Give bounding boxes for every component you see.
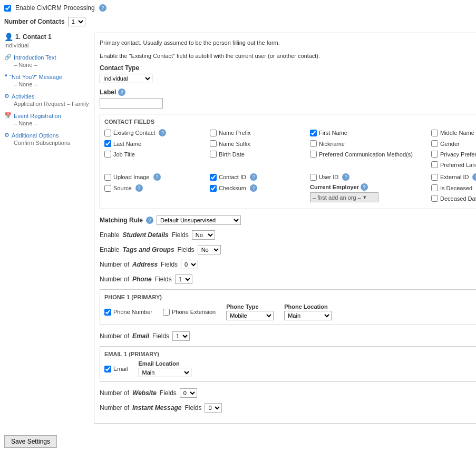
contact-fields-title: CONTACT FIELDS — [104, 119, 476, 125]
enable-civicrm-label: Enable CiviCRM Processing — [15, 4, 95, 12]
sidebar-activities-link[interactable]: ⚙ Activities — [4, 93, 90, 100]
field-name-prefix: Name Prefix — [210, 128, 310, 138]
deceased-date-checkbox[interactable] — [431, 195, 438, 202]
tags-groups-select[interactable]: NoYes — [198, 245, 221, 254]
phone-extension-checkbox[interactable] — [163, 309, 170, 316]
instant-msg-fields-row: Number of Instant Message Fields 012 — [100, 403, 476, 413]
save-settings-button[interactable]: Save Settings — [4, 435, 57, 448]
enable-help-icon[interactable]: ? — [99, 4, 106, 12]
phone-number-checkbox[interactable] — [104, 309, 111, 316]
existing-contact-checkbox[interactable] — [104, 130, 111, 136]
preferred-comm-checkbox[interactable] — [310, 151, 317, 158]
phone-extension-field: Phone Extension — [163, 308, 216, 317]
contact-type-select[interactable]: Individual Organization Household — [100, 74, 152, 83]
sidebar-notyou-link[interactable]: ❝ "Not You?" Message — [4, 73, 90, 80]
preferred-lang-checkbox[interactable] — [431, 161, 438, 168]
sidebar-intro-none: – None – — [4, 62, 90, 68]
sidebar-contact-name: Contact 1 — [23, 33, 52, 41]
birth-date-label: Birth Date — [219, 151, 245, 158]
phone-type-group: Phone Type MobilePhoneFax — [226, 303, 274, 320]
email-fields-select[interactable]: 102 — [172, 331, 190, 341]
enable-civicrm-checkbox[interactable] — [4, 5, 11, 12]
phone-number-label: Phone Number — [113, 309, 152, 315]
email-field: Email — [104, 365, 128, 374]
additional-icon: ⚙ — [4, 132, 9, 139]
external-id-help[interactable]: ? — [472, 173, 476, 181]
email-label: Email — [113, 366, 128, 372]
phone1-title: PHONE 1 (PRIMARY) — [104, 294, 476, 300]
current-employer-select[interactable]: – first add an org – ▾ — [310, 192, 378, 202]
privacy-prefs-checkbox[interactable] — [431, 151, 438, 158]
source-checkbox[interactable] — [104, 185, 111, 192]
num-contacts-select[interactable]: 123 — [68, 17, 85, 26]
is-deceased-checkbox[interactable] — [431, 184, 438, 191]
contact-id-help[interactable]: ? — [250, 173, 257, 181]
website-fields-select[interactable]: 012 — [180, 388, 197, 398]
sidebar-contact-1: 👤 1. Contact 1 Individual — [4, 33, 90, 48]
event-icon: 📅 — [4, 112, 12, 119]
gender-checkbox[interactable] — [431, 140, 438, 147]
matching-rule-help[interactable]: ? — [146, 217, 153, 224]
instant-msg-select[interactable]: 012 — [205, 403, 222, 413]
preferred-comm-label: Preferred Communication Method(s) — [319, 151, 413, 158]
label-help-icon[interactable]: ? — [118, 89, 125, 96]
birth-date-checkbox[interactable] — [210, 151, 217, 158]
field-job-title: Job Title — [104, 150, 210, 159]
sidebar-event-none: – None – — [4, 120, 90, 126]
instant-msg-italic: Instant Message — [132, 404, 181, 411]
phone-fields-select[interactable]: 102 — [175, 274, 192, 284]
last-name-label: Last Name — [113, 141, 141, 147]
first-name-checkbox[interactable] — [310, 130, 317, 136]
sidebar-event-link[interactable]: 📅 Event Registration — [4, 112, 90, 119]
contact-id-label: Contact ID — [219, 174, 246, 180]
activities-icon: ⚙ — [4, 93, 9, 100]
student-details-select[interactable]: NoYes — [192, 230, 215, 240]
label-input[interactable]: Contact 1 — [100, 98, 163, 109]
sidebar-activities-sub: Application Request – Family — [4, 101, 90, 107]
sidebar-activities: ⚙ Activities Application Request – Famil… — [4, 93, 90, 107]
person-icon: 👤 — [4, 33, 13, 41]
upload-image-checkbox[interactable] — [104, 174, 111, 181]
address-fields-select[interactable]: 012 — [181, 260, 198, 269]
phone-fields-italic: Phone — [132, 276, 152, 283]
sidebar-additional-link[interactable]: ⚙ Additional Options — [4, 132, 90, 139]
current-employer-help[interactable]: ? — [361, 183, 368, 191]
checksum-checkbox[interactable] — [210, 185, 217, 192]
email1-box: EMAIL 1 (PRIMARY) Email Email Location M… — [100, 346, 476, 382]
name-prefix-checkbox[interactable] — [210, 130, 217, 136]
phone-location-select[interactable]: MainHomeWork — [284, 311, 332, 320]
sidebar-additional-label: Additional Options — [12, 132, 59, 139]
existing-contact-help[interactable]: ? — [159, 129, 166, 136]
user-id-help[interactable]: ? — [342, 173, 349, 181]
matching-rule-select[interactable]: Default Unsupervised — [157, 215, 241, 225]
bottom-bar: Save Settings — [4, 430, 472, 448]
external-id-checkbox[interactable] — [431, 174, 438, 181]
field-first-name: First Name — [310, 128, 431, 138]
source-help[interactable]: ? — [135, 184, 143, 192]
user-id-checkbox[interactable] — [310, 174, 317, 181]
job-title-checkbox[interactable] — [104, 151, 111, 158]
email-checkbox[interactable] — [104, 366, 111, 372]
name-suffix-checkbox[interactable] — [210, 140, 217, 147]
sidebar: 👤 1. Contact 1 Individual 🔗 Introduction… — [4, 33, 94, 424]
upload-image-help[interactable]: ? — [153, 173, 161, 181]
last-name-checkbox[interactable] — [104, 140, 111, 147]
field-external-id: External ID ? — [431, 172, 476, 182]
middle-name-checkbox[interactable] — [431, 130, 438, 136]
checksum-help[interactable]: ? — [250, 184, 257, 192]
student-details-italic: Student Details — [122, 231, 168, 239]
user-id-label: User ID — [319, 174, 338, 180]
phone-type-select[interactable]: MobilePhoneFax — [226, 311, 274, 320]
sidebar-event: 📅 Event Registration – None – — [4, 112, 90, 126]
field-preferred-comm: Preferred Communication Method(s) — [310, 150, 431, 159]
contact-id-checkbox[interactable] — [210, 174, 217, 181]
field-checksum: Checksum ? — [210, 183, 310, 193]
current-employer-placeholder: – first add an org – — [313, 194, 361, 201]
deceased-date-label: Deceased Date — [440, 195, 476, 202]
sidebar-event-label: Event Registration — [14, 113, 61, 119]
sidebar-intro-link[interactable]: 🔗 Introduction Text — [4, 54, 90, 61]
checksum-label: Checksum — [219, 185, 246, 191]
nickname-checkbox[interactable] — [310, 140, 317, 147]
email-fields-label-suffix: Fields — [152, 332, 169, 340]
email-location-select[interactable]: MainHomeWork — [139, 368, 191, 377]
